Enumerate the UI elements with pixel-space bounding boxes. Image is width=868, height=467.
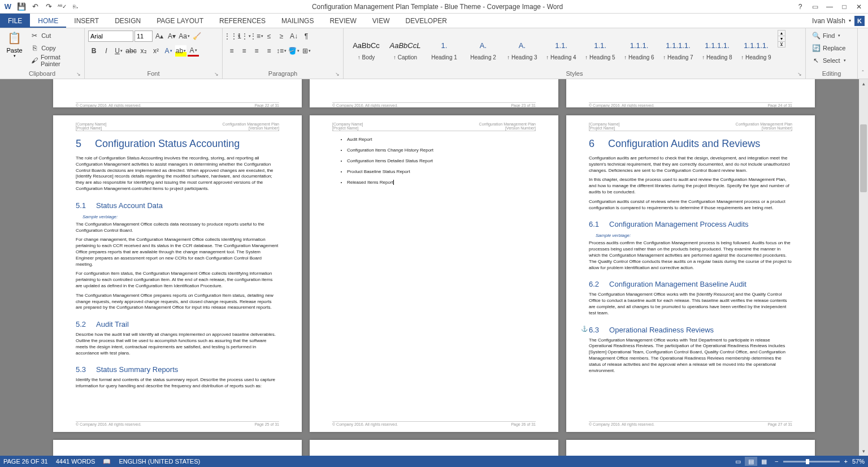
justify-icon[interactable]: ≡ [263,45,275,57]
zoom-level[interactable]: 57% [852,458,865,465]
document-page[interactable]: [Company Name][Project Name] Configurati… [310,115,558,432]
list-item[interactable]: Audit Report [347,137,536,142]
show-marks-icon[interactable]: ¶ [301,31,312,42]
borders-icon[interactable]: ⊞ [301,45,312,57]
style-item[interactable]: 1.1.1.1.↑ Heading 8 [698,30,736,67]
gallery-up-icon[interactable]: ▴ [778,31,785,36]
change-case-icon[interactable]: Aa [179,31,190,42]
read-mode-icon[interactable]: ▭ [732,457,744,466]
list-item[interactable]: Released Items Report [347,180,536,185]
zoom-thumb[interactable] [806,459,809,464]
save-icon[interactable]: 💾 [16,1,27,12]
multilevel-icon[interactable]: ⋮≡ [251,31,262,42]
list-item[interactable]: Product Baseline Status Report [347,169,536,174]
launcher-icon[interactable]: ↘ [214,71,219,77]
decrease-indent-icon[interactable]: ≤ [263,31,275,42]
user-area[interactable]: Ivan Walsh ▾ K [812,14,868,28]
zoom-slider[interactable] [783,461,840,462]
customize-qat-icon[interactable]: ⎘▾ [70,1,81,12]
ribbon-display-icon[interactable]: ▭ [808,1,822,12]
style-item[interactable]: AaBbCcL↑ Caption [386,30,424,67]
list-item[interactable]: Configuration Items Change History Repor… [347,148,536,153]
strikethrough-icon[interactable]: abc [125,45,137,57]
zoom-out-icon[interactable]: − [775,458,778,465]
heading-1[interactable]: 5Configuration Status Accounting [76,138,279,150]
format-painter-button[interactable]: 🖌Format Painter [28,55,81,66]
paragraph-text[interactable]: The role of Configuration Status Account… [76,155,279,192]
style-item[interactable]: 1.1.↑ Heading 4 [542,30,580,67]
paragraph-text[interactable]: In this chapter, describe the process us… [589,177,792,195]
heading-2[interactable]: 5.2Audit Trail [76,320,279,328]
style-item[interactable]: 1.1.↑ Heading 5 [581,30,619,67]
paragraph-text[interactable]: The Configuration Management Office work… [589,338,792,374]
maximize-icon[interactable]: □ [837,1,851,12]
tab-insert[interactable]: INSERT [66,14,107,28]
close-icon[interactable]: ✕ [852,1,866,12]
heading-2[interactable]: ⚓6.3Operational Readiness Reviews [589,326,792,334]
style-item[interactable]: AaBbCc↑ Body [347,30,385,67]
align-left-icon[interactable]: ≡ [226,45,237,57]
document-page[interactable]: [Company Name][Project Name] Configurati… [566,115,815,432]
numbering-icon[interactable]: 1⋮ [238,31,250,42]
tab-file[interactable]: FILE [0,14,30,28]
tab-developer[interactable]: DEVELOPER [397,14,454,28]
grow-font-icon[interactable]: A▴ [154,31,165,42]
gallery-more-icon[interactable]: ⊻ [778,42,785,47]
tab-design[interactable]: DESIGN [107,14,149,28]
text-effects-icon[interactable]: A [163,45,174,57]
collapse-ribbon-icon[interactable]: ˆ [862,70,863,76]
gallery-down-icon[interactable]: ▾ [778,36,785,42]
align-right-icon[interactable]: ≡ [251,45,262,57]
spellcheck-icon[interactable]: ᴬᴮ✓ [57,1,68,12]
highlight-icon[interactable]: ab [175,45,186,57]
find-button[interactable]: 🔍Find▾ [809,30,848,41]
paragraph-text[interactable]: The Configuration Management Office coll… [76,222,279,234]
style-item[interactable]: A.↑ Heading 3 [503,30,541,67]
line-spacing-icon[interactable]: ↕≡ [276,45,287,57]
sort-icon[interactable]: A↓ [288,31,300,42]
tab-page-layout[interactable]: PAGE LAYOUT [149,14,211,28]
copy-button[interactable]: ⎘Copy [28,42,81,54]
paragraph-text[interactable]: Describe how the audit trail will identi… [76,332,279,356]
scroll-down-icon[interactable]: ▾ [859,447,868,456]
shading-icon[interactable]: 🪣 [288,45,300,57]
tab-review[interactable]: REVIEW [322,14,364,28]
launcher-icon[interactable]: ↘ [335,71,340,77]
proofing-icon[interactable]: 📖 [103,458,111,465]
bullet-list[interactable]: Audit ReportConfiguration Items Change H… [347,137,536,191]
style-item[interactable]: 1.Heading 1 [425,30,463,67]
align-center-icon[interactable]: ≡ [238,45,250,57]
paste-button[interactable]: 📋 Paste ▾ [3,30,25,67]
status-language[interactable]: ENGLISH (UNITED STATES) [119,458,200,465]
shrink-font-icon[interactable]: A▾ [166,31,177,42]
clear-format-icon[interactable]: 🧹 [191,31,202,42]
status-page[interactable]: PAGE 26 OF 31 [3,458,48,465]
increase-indent-icon[interactable]: ≥ [276,31,287,42]
sample-label[interactable]: Sample verbiage: [596,233,792,238]
bold-icon[interactable]: B [88,45,99,57]
heading-1[interactable]: 6Configuration Audits and Reviews [589,138,792,150]
tab-home[interactable]: HOME [30,14,66,28]
document-page[interactable]: [Company Name][Project Name] Configurati… [53,115,302,432]
subscript-icon[interactable]: x₂ [138,45,149,57]
style-item[interactable]: A.Heading 2 [464,30,502,67]
heading-2[interactable]: 6.2Configuration Management Baseline Aud… [589,280,792,288]
font-name-input[interactable] [88,31,133,42]
heading-2[interactable]: 5.1Status Account Data [76,201,279,210]
status-words[interactable]: 4441 WORDS [56,458,96,465]
cut-button[interactable]: ✂Cut [28,30,81,41]
help-icon[interactable]: ? [793,1,807,12]
launcher-icon[interactable]: ↘ [76,71,81,77]
undo-icon[interactable]: ↶ [29,1,41,12]
font-color-icon[interactable]: A [188,45,199,57]
style-item[interactable]: 1.1.1.1.↑ Heading 7 [659,30,697,67]
sample-label[interactable]: Sample verbiage: [83,214,279,219]
zoom-in-icon[interactable]: + [844,458,848,465]
paragraph-text[interactable]: For configuration item status, the Confi… [76,271,279,289]
font-size-input[interactable] [134,31,153,42]
italic-icon[interactable]: I [101,45,112,57]
scrollbar-thumb[interactable] [860,124,867,192]
scroll-up-icon[interactable]: ▴ [859,79,868,88]
tab-mailings[interactable]: MAILINGS [274,14,322,28]
print-layout-icon[interactable]: ▤ [745,457,757,466]
